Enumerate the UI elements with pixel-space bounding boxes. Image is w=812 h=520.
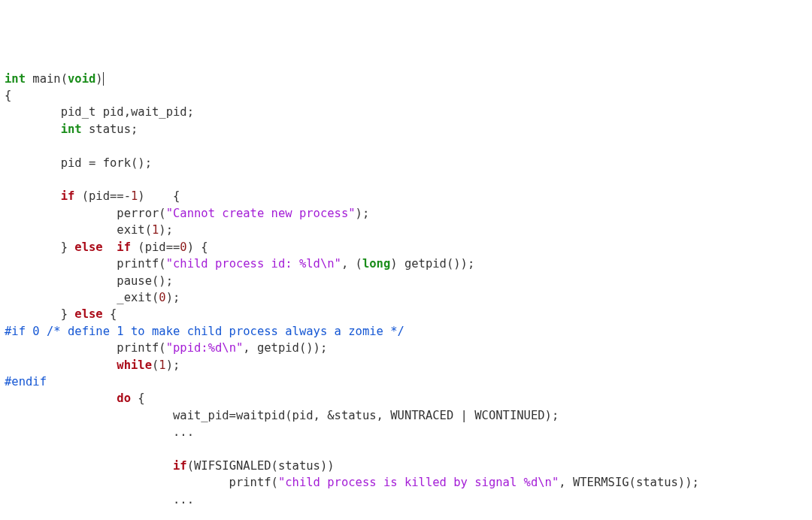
type-int: int [5,72,26,86]
if2-indent [5,459,173,473]
kw-if-1: if [61,189,75,203]
num-zero-2: 0 [159,291,165,304]
printf1-c: ) getpid()); [390,257,474,271]
kw-while-1: while [117,358,152,372]
code-block: int main(void) { pid_t pid,wait_pid; int… [5,71,807,520]
fn-main-open: main( [26,72,68,86]
kw-else-2: else [74,307,102,321]
if1-brace: ) { [138,189,180,203]
if1-cond: (pid==- [74,189,131,203]
else2-brace: { [103,307,117,321]
kw-if-2: if [117,240,131,254]
printf2-b: , getpid()); [243,341,327,355]
kw-do: do [117,392,131,405]
do-brace: { [131,392,145,405]
decl-pidt: pid_t pid,wait_pid; [5,105,194,119]
preprocessor-if0: #if 0 /* define 1 to make child process … [5,325,404,338]
ellipsis-2: ... [5,493,194,506]
exit1-a: exit( [5,223,152,237]
str-printf3: "child process is killed by signal %d\n" [278,476,559,489]
type-long: long [362,257,390,271]
while1-a [5,358,117,372]
fn-main-close: ) [95,72,103,86]
while1-close: ); [166,358,180,372]
type-void: void [68,72,95,86]
elseif-cond: (pid== [131,240,180,254]
printf1-a: printf( [5,257,166,271]
num-exit1: 1 [152,223,159,237]
exit1-b: ); [159,223,173,237]
str-printf1: "child process id: %ld\n" [166,257,341,271]
elseif-a: } [5,240,74,254]
decl-status: status; [82,122,138,136]
elseif-brace: ) { [187,240,208,254]
printf3-a: printf( [5,476,278,489]
preprocessor-endif: #endif [5,375,47,388]
brace-open: { [5,89,11,102]
printf2-a: printf( [5,341,166,355]
do-indent [5,392,117,405]
kw-if-3: if [173,459,187,473]
elseif-sp [103,240,117,254]
type-int-2: int [61,122,82,136]
str-printf2: "ppid:%d\n" [166,341,244,355]
while1-open: ( [152,358,159,372]
str-perror: "Cannot create new process" [166,207,356,220]
num-one: 1 [159,358,165,372]
perror-call-b: ); [356,207,370,220]
printf1-b: , ( [341,257,362,271]
ellipsis-1: ... [5,425,194,439]
uexit-a: _exit( [5,291,159,304]
if2-cond: (WIFSIGNALED(status)) [187,459,335,473]
perror-call-a: perror( [5,207,166,220]
printf3-b: , WTERMSIG(status)); [559,476,699,489]
waitpid-call: wait_pid=waitpid(pid, &status, WUNTRACED… [5,409,559,422]
decl-int-indent [5,122,61,136]
pause-call: pause(); [5,274,173,288]
num-neg1: 1 [131,189,138,203]
num-zero-1: 0 [180,240,186,254]
uexit-b: ); [166,291,180,304]
if1-indent [5,189,61,203]
else2-a: } [5,307,74,321]
assign-fork: pid = fork(); [5,156,152,170]
kw-else-1: else [74,240,102,254]
